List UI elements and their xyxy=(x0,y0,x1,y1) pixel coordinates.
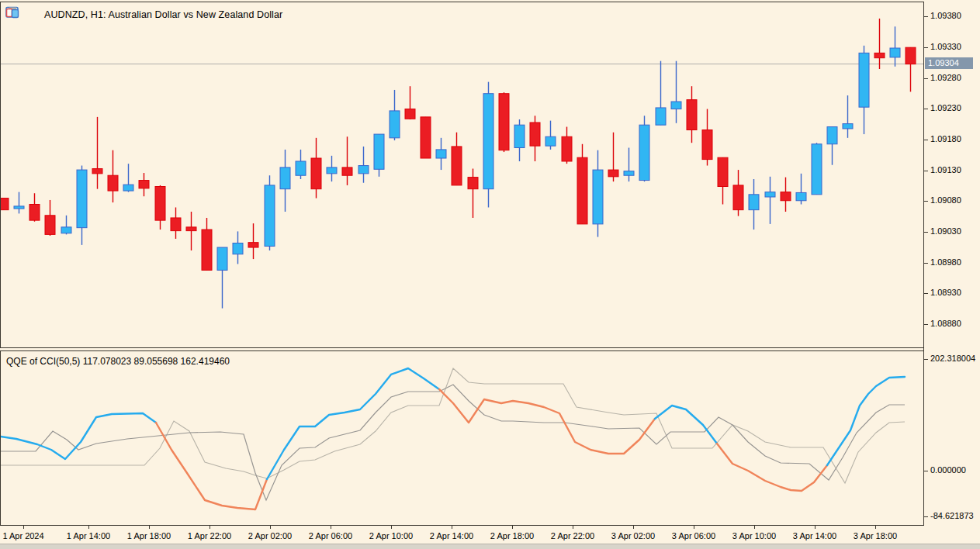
candle xyxy=(749,179,759,230)
candle-body-bull xyxy=(859,53,869,107)
candle-body-bull xyxy=(233,243,243,254)
candle xyxy=(452,133,462,185)
candle-body-bull xyxy=(624,171,634,176)
candle-body-bear xyxy=(452,147,462,185)
candle xyxy=(92,117,102,189)
candle xyxy=(545,121,556,150)
candle xyxy=(108,150,118,202)
qqe-main-line-blue xyxy=(267,368,439,479)
candle xyxy=(29,193,40,221)
time-scale-label: 2 Apr 02:00 xyxy=(248,531,292,540)
time-scale-tick xyxy=(270,526,271,529)
window-bottom-edge xyxy=(0,544,980,549)
candlestick-chart xyxy=(1,1,923,347)
candle xyxy=(827,127,837,165)
candle-body-bull xyxy=(765,192,775,197)
candle-body-bear xyxy=(468,178,478,189)
candle xyxy=(593,150,603,237)
price-scale-label: 1.08980 xyxy=(930,257,961,267)
candle-body-bull xyxy=(827,127,837,144)
time-scale-label: 3 Apr 14:00 xyxy=(793,531,836,540)
time-scale-tick xyxy=(512,526,513,529)
candle xyxy=(874,19,885,69)
time-scale-label: 3 Apr 18:00 xyxy=(854,531,897,540)
qqe-main-line-blue xyxy=(1,413,156,459)
candle xyxy=(639,116,649,181)
candle-body-bull xyxy=(671,102,681,109)
indicator-scale-label-tick xyxy=(924,471,928,471)
indicator-scale-label-tick xyxy=(924,359,928,360)
indicator-scale-label: 202.318004 xyxy=(930,354,975,363)
price-scale-label: 1.09380 xyxy=(930,11,961,20)
candle-body-bear xyxy=(874,53,885,57)
candle xyxy=(421,117,431,158)
candle-body-bull xyxy=(390,111,400,138)
candle xyxy=(468,168,478,217)
candle-body-bear xyxy=(718,157,728,186)
candle xyxy=(483,82,493,208)
candle-body-bear xyxy=(171,218,181,231)
price-scale-label: 1.09280 xyxy=(930,73,961,82)
candle-body-bull xyxy=(265,185,275,247)
price-scale-label: 1.08930 xyxy=(930,288,961,297)
time-scale-tick xyxy=(754,526,755,529)
time-scale-label: 2 Apr 06:00 xyxy=(309,531,352,540)
candle xyxy=(624,148,634,182)
candle-body-bull xyxy=(545,136,556,146)
indicator-label: QQE of CCI(50,5) 117.078023 89.055698 16… xyxy=(6,356,230,367)
time-scale-label: 1 Apr 22:00 xyxy=(188,531,231,540)
price-scale-label-tick xyxy=(924,201,928,202)
time-scale-label: 3 Apr 02:00 xyxy=(611,531,655,540)
candle-body-bull xyxy=(14,206,24,209)
candle-body-bear xyxy=(155,187,165,221)
right-axis-column[interactable]: 1.09304 1.093801.093301.092801.092301.09… xyxy=(923,0,980,526)
price-scale-label-tick xyxy=(924,47,928,48)
candle xyxy=(233,231,243,264)
price-chart-panel[interactable]: AUDNZD, H1: Australian Dollar vs New Zea… xyxy=(0,2,923,348)
time-scale-tick xyxy=(815,526,816,529)
candle xyxy=(906,47,916,92)
candle xyxy=(1,199,9,210)
candle xyxy=(718,157,728,204)
candle xyxy=(859,46,869,134)
time-scale-tick xyxy=(88,526,89,529)
indicator-panel[interactable]: QQE of CCI(50,5) 117.078023 89.055698 16… xyxy=(0,350,923,526)
candle xyxy=(45,200,55,236)
time-scale-label: 1 Apr 2024 xyxy=(2,531,43,540)
candle-body-bear xyxy=(1,199,9,210)
mt5-chart-window: AUDNZD, H1: Australian Dollar vs New Zea… xyxy=(0,0,980,549)
candle xyxy=(405,86,415,119)
chart-symbol-title: AUDNZD, H1: Australian Dollar vs New Zea… xyxy=(44,9,282,20)
candle-body-bull xyxy=(77,170,87,228)
candle-body-bear xyxy=(108,175,118,191)
candle-body-bear xyxy=(906,47,916,64)
qqe-indicator-chart xyxy=(1,351,923,525)
candle xyxy=(702,109,712,166)
time-axis[interactable]: 1 Apr 20241 Apr 14:001 Apr 18:001 Apr 22… xyxy=(0,526,980,544)
time-scale-label: 2 Apr 14:00 xyxy=(430,531,473,540)
time-scale-tick xyxy=(452,526,452,529)
candle-body-bull xyxy=(374,134,384,169)
candle-body-bull xyxy=(217,247,227,270)
candle xyxy=(514,119,525,161)
candle-body-bear xyxy=(92,168,102,173)
chart-windows-icon[interactable] xyxy=(23,9,37,21)
candle xyxy=(812,143,822,195)
candle xyxy=(781,178,791,212)
candle-body-bear xyxy=(405,109,415,119)
time-scale-label: 1 Apr 14:00 xyxy=(67,531,110,540)
candle xyxy=(77,166,87,245)
time-scale-tick xyxy=(149,526,150,529)
candle-body-bull xyxy=(296,161,306,175)
chart-title-bar: AUDNZD, H1: Australian Dollar vs New Zea… xyxy=(5,8,282,22)
time-scale-label: 1 Apr 18:00 xyxy=(127,531,171,540)
indicator-scale-label: 0.000000 xyxy=(930,465,966,475)
price-scale-label-tick xyxy=(924,78,928,79)
candle-body-bull xyxy=(436,150,446,158)
candle-body-bull xyxy=(843,124,853,129)
candle-body-bear xyxy=(421,117,431,158)
candle-body-bull xyxy=(123,185,133,191)
candle xyxy=(217,247,227,309)
candle xyxy=(687,86,697,143)
candle xyxy=(61,216,71,235)
